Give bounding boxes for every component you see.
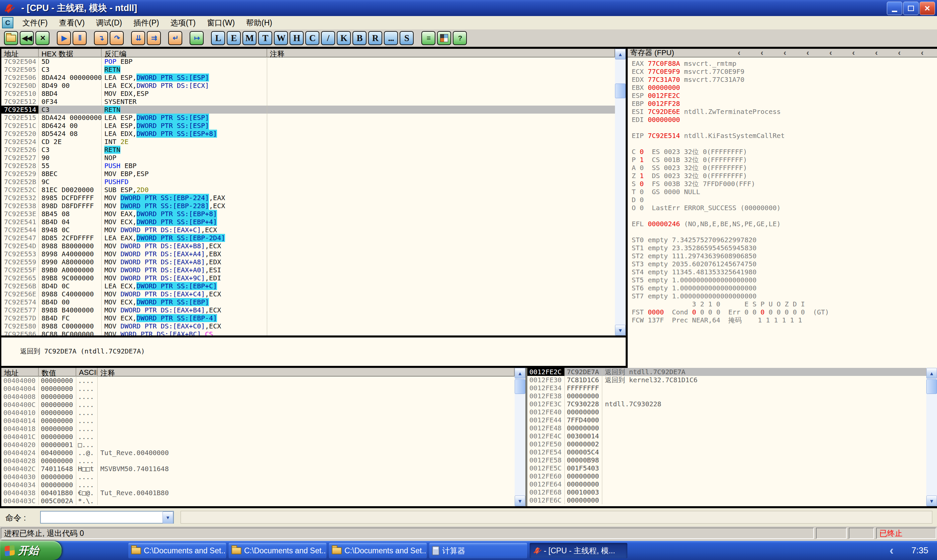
- taskbar-button-4[interactable]: 计算器: [429, 543, 527, 558]
- disasm-row[interactable]: 7C92E55F89B0 A0000000MOV DWORD PTR DS:[E…: [2, 266, 615, 274]
- disasm-row[interactable]: 7C92E56E8988 C4000000MOV DWORD PTR DS:[E…: [2, 290, 615, 298]
- disasm-row[interactable]: 7C92E51C8D6424 00LEA ESP,DWORD PTR SS:[E…: [2, 122, 615, 130]
- stack-row[interactable]: 0012FE2C7C92DE7A返回到 ntdll.7C92DE7A: [527, 368, 926, 376]
- dump-row[interactable]: 0040401800000000....: [2, 425, 515, 433]
- register-line[interactable]: EFL 00000246 (NO,NB,E,BE,NS,PE,GE,LE): [632, 220, 937, 228]
- menu-item-2[interactable]: 查看(V): [53, 16, 90, 29]
- dump-row[interactable]: 0040402C74011648H□□tMSVBVM50.74011648: [2, 465, 515, 473]
- register-line[interactable]: [632, 228, 937, 236]
- disasm-row[interactable]: 7C92E54D8988 B8000000MOV DWORD PTR DS:[E…: [2, 242, 615, 250]
- dump-row[interactable]: 0040400800000000....: [2, 392, 515, 401]
- dump-row[interactable]: 0040400000000000....: [2, 377, 515, 385]
- stack-row[interactable]: 0012FE54000005C4: [527, 448, 926, 456]
- disasm-row[interactable]: 7C92E5748B4D 00MOV ECX,DWORD PTR SS:[EBP…: [2, 298, 615, 306]
- stack-row[interactable]: 0012FE6C00000000: [527, 496, 926, 504]
- scroll-down-button[interactable]: ▼: [615, 325, 626, 335]
- scroll-up-button[interactable]: ▲: [615, 49, 626, 60]
- register-line[interactable]: [632, 140, 937, 148]
- panel-C-button[interactable]: C: [305, 31, 320, 45]
- trace-into-button[interactable]: ⇊: [131, 31, 145, 45]
- register-line[interactable]: ST2 empty 111.29743639608906850: [632, 252, 937, 260]
- panel-S-button[interactable]: S: [400, 31, 414, 45]
- register-line[interactable]: O 0 LastErr ERROR_SUCCESS (00000000): [632, 204, 937, 212]
- stack-row[interactable]: 0012FE5000000002: [527, 440, 926, 448]
- disasm-row[interactable]: 7C92E57D8B4D FCMOV ECX,DWORD PTR SS:[EBP…: [2, 314, 615, 322]
- dump-row[interactable]: 0040402800000000....: [2, 457, 515, 465]
- menu-item-3[interactable]: 调试(D): [90, 16, 128, 29]
- scrollbar-track[interactable]: [515, 378, 525, 495]
- taskbar-button-2[interactable]: C:\Documents and Set...: [229, 543, 326, 558]
- dump-row[interactable]: 0040402000000001□...: [2, 441, 515, 449]
- menu-item-5[interactable]: 选项(T): [165, 16, 201, 29]
- scrollbar-thumb[interactable]: [926, 379, 937, 394]
- trace-over-button[interactable]: ⇉: [147, 31, 161, 45]
- disasm-row[interactable]: 7C92E524CD 2EINT 2E: [2, 138, 615, 146]
- dump-row[interactable]: 0040401C00000000....: [2, 433, 515, 441]
- scrollbar-thumb[interactable]: [615, 83, 626, 98]
- panel-B-button[interactable]: B: [352, 31, 366, 45]
- register-line[interactable]: ST1 empty 23.352865954565945830: [632, 244, 937, 252]
- disasm-row[interactable]: 7C92E5208D5424 08LEA EDX,DWORD PTR SS:[E…: [2, 130, 615, 138]
- disasm-row[interactable]: 7C92E5328985 DCFDFFFFMOV DWORD PTR SS:[E…: [2, 194, 615, 202]
- disasm-row[interactable]: 7C92E52790NOP: [2, 154, 615, 162]
- dump-row[interactable]: 0040403C005C002A*.\.: [2, 497, 515, 505]
- menu-item-4[interactable]: 插件(P): [128, 16, 165, 29]
- execute-till-return-button[interactable]: ↵: [168, 31, 182, 45]
- disasm-row[interactable]: 7C92E5158DA424 00000000LEA ESP,DWORD PTR…: [2, 114, 615, 122]
- panel-E-button[interactable]: E: [227, 31, 241, 45]
- scroll-up-button[interactable]: ▲: [515, 368, 525, 378]
- stack-row[interactable]: 0012FE34FFFFFFFF: [527, 384, 926, 392]
- scroll-down-button[interactable]: ▼: [926, 495, 937, 506]
- stack-row[interactable]: 0012FE447FFD4000: [527, 416, 926, 424]
- register-line[interactable]: [632, 124, 937, 132]
- disasm-row[interactable]: 7C92E53E8B45 08MOV EAX,DWORD PTR SS:[EBP…: [2, 210, 615, 218]
- disasm-row[interactable]: 7C92E5868C88 BC000000MOV WORD PTR DS:[EA…: [2, 330, 615, 335]
- panel-R-button[interactable]: R: [368, 31, 382, 45]
- step-into-button[interactable]: ↴: [94, 31, 108, 45]
- register-line[interactable]: ECX 77C0E9F9 msvcrt.77C0E9F9: [632, 68, 937, 75]
- disasm-row[interactable]: 7C92E5108BD4MOV EDX,ESP: [2, 89, 615, 98]
- combo-dropdown-button[interactable]: ▼: [162, 512, 173, 523]
- disasm-row[interactable]: 7C92E505C3RETN: [2, 66, 615, 74]
- panel-runtrace-button[interactable]: ...: [384, 31, 398, 45]
- register-line[interactable]: C 0 ES 0023 32位 0(FFFFFFFF): [632, 148, 937, 156]
- register-line[interactable]: FST 0000 Cond 0 0 0 0 Err 0 0 0 0 0 0 0 …: [632, 308, 937, 316]
- disasm-row[interactable]: 7C92E514C3RETN: [2, 106, 615, 114]
- disasm-row[interactable]: 7C92E5478D85 2CFDFFFFLEA EAX,DWORD PTR S…: [2, 234, 615, 242]
- register-line[interactable]: EIP 7C92E514 ntdll.KiFastSystemCallRet: [632, 132, 937, 140]
- register-line[interactable]: ST0 empty 7.3425752709622997820: [632, 236, 937, 244]
- dump-scrollbar[interactable]: ▲ ▼: [515, 368, 525, 506]
- windows-list-button[interactable]: ≡: [421, 31, 435, 45]
- dump-row[interactable]: 0040402400400000..@.Tut_Reve.00400000: [2, 449, 515, 457]
- register-line[interactable]: ESI 7C92DE6E ntdll.ZwTerminateProcess: [632, 108, 937, 115]
- disasm-row[interactable]: 7C92E5045DPOP EBP: [2, 57, 615, 66]
- tray-chevron-icon[interactable]: ‹: [889, 544, 894, 558]
- panel-K-button[interactable]: K: [337, 31, 351, 45]
- close-program-button[interactable]: ✕: [36, 31, 49, 45]
- scrollbar-track[interactable]: [926, 378, 937, 495]
- dump-row[interactable]: 0040400400000000....: [2, 385, 515, 392]
- menu-item-6[interactable]: 窗口(W): [201, 16, 241, 29]
- register-line[interactable]: A 0 SS 0023 32位 0(FFFFFFFF): [632, 164, 937, 172]
- disasm-row[interactable]: 7C92E5778988 B4000000MOV DWORD PTR DS:[E…: [2, 306, 615, 314]
- scroll-up-button[interactable]: ▲: [926, 368, 937, 378]
- scrollbar-thumb[interactable]: [515, 379, 525, 394]
- register-line[interactable]: ESP 0012FE2C: [632, 92, 937, 100]
- disasm-row[interactable]: 7C92E50D8D49 00LEA ECX,DWORD PTR DS:[ECX…: [2, 82, 615, 89]
- open-file-button[interactable]: [4, 31, 18, 45]
- register-line[interactable]: EBP 0012FF28: [632, 100, 937, 108]
- register-line[interactable]: 3 2 1 0 E S P U O Z D I: [632, 300, 937, 308]
- panel-patches-button[interactable]: /: [321, 31, 335, 45]
- register-line[interactable]: T 0 GS 0000 NULL: [632, 188, 937, 196]
- stack-row[interactable]: 0012FE6000000000: [527, 472, 926, 480]
- register-line[interactable]: EAX 77C0F88A msvcrt._rmtmp: [632, 60, 937, 68]
- taskbar-button-5[interactable]: - [CPU - 主线程, 模...: [530, 543, 627, 558]
- dump-row[interactable]: 0040401400000000....: [2, 417, 515, 425]
- register-line[interactable]: ST7 empty 1.0000000000000000000: [632, 292, 937, 300]
- disasm-row[interactable]: 7C92E5448948 0CMOV DWORD PTR DS:[EAX+C],…: [2, 226, 615, 234]
- stack-row[interactable]: 0012FE4000000000: [527, 408, 926, 416]
- register-line[interactable]: ST3 empty 2035.6020761245674750: [632, 260, 937, 268]
- disasm-row[interactable]: 7C92E5068DA424 00000000LEA ESP,DWORD PTR…: [2, 74, 615, 82]
- panel-H-button[interactable]: H: [290, 31, 304, 45]
- menu-item-1[interactable]: 文件(F): [17, 16, 53, 29]
